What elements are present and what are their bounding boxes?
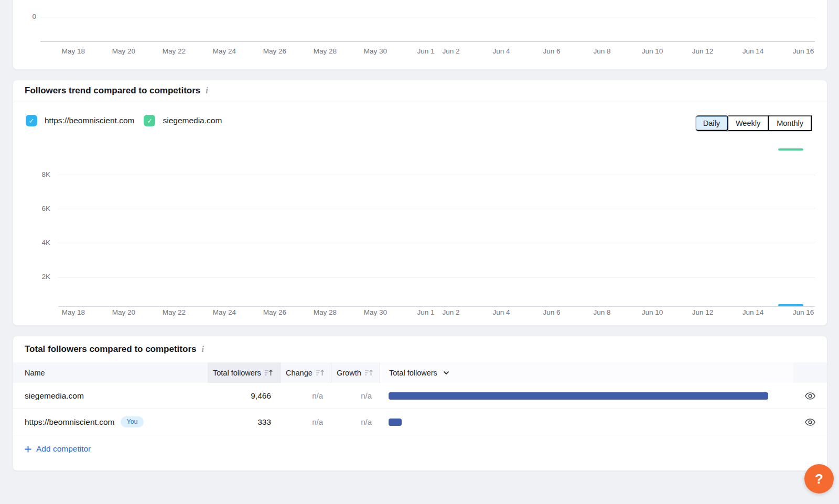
x-axis-tick: Jun 4 bbox=[480, 308, 522, 317]
total-followers-value: 333 bbox=[208, 417, 280, 427]
column-label: Change bbox=[286, 369, 313, 377]
x-axis-tick: May 22 bbox=[153, 308, 195, 317]
column-header-growth[interactable]: Growth bbox=[331, 362, 380, 383]
x-axis-tick: Jun 2 bbox=[430, 47, 472, 56]
card-title: Total followers compared to competitors bbox=[25, 344, 196, 355]
gridline bbox=[58, 243, 815, 243]
x-axis-tick: Jun 14 bbox=[732, 47, 774, 56]
x-axis-tick: May 24 bbox=[203, 47, 245, 56]
social-analytics-page: { "chart_data": [ { "id": "top-partial-c… bbox=[0, 0, 839, 504]
total-followers-value: 9,466 bbox=[208, 391, 280, 401]
gridline bbox=[40, 17, 815, 17]
x-axis-tick: May 20 bbox=[103, 308, 145, 317]
x-axis-tick: May 22 bbox=[153, 47, 195, 56]
eye-visibility-toggle[interactable] bbox=[793, 390, 827, 402]
top-chart-card: 0 May 18May 20May 22May 24May 26May 28Ma… bbox=[13, 0, 827, 70]
column-header-change[interactable]: Change bbox=[280, 362, 331, 383]
y-axis-tick: 4K bbox=[13, 238, 50, 248]
y-axis-tick: 6K bbox=[13, 204, 50, 213]
growth-value: n/a bbox=[331, 417, 380, 426]
sort-icon bbox=[316, 369, 325, 377]
column-label: Name bbox=[25, 369, 45, 377]
column-header-total-followers[interactable]: Total followers bbox=[208, 362, 280, 383]
competitor-name-cell: siegemedia.com bbox=[13, 391, 208, 401]
column-header-name: Name bbox=[13, 362, 208, 383]
x-axis-tick: Jun 6 bbox=[531, 47, 573, 56]
help-button[interactable]: ? bbox=[804, 464, 834, 494]
followers-trend-card: Followers trend compared to competitors … bbox=[13, 80, 827, 326]
eye-icon bbox=[804, 390, 816, 402]
x-axis-tick: Jun 8 bbox=[581, 308, 623, 317]
x-axis-tick: May 24 bbox=[203, 308, 245, 317]
change-value: n/a bbox=[280, 417, 331, 426]
x-axis-tick: Jun 12 bbox=[682, 308, 724, 317]
column-header-visibility bbox=[793, 362, 827, 383]
x-axis-tick: May 28 bbox=[304, 308, 346, 317]
followers-trend-chart: 2K4K6K8K May 18May 20May 22May 24May 26M… bbox=[13, 80, 827, 325]
x-axis-tick: May 18 bbox=[52, 308, 94, 317]
card-header: Total followers compared to competitors … bbox=[13, 336, 827, 362]
column-label: Total followers bbox=[213, 369, 261, 377]
x-axis-tick: May 30 bbox=[354, 308, 396, 317]
you-badge: You bbox=[121, 416, 143, 427]
column-label: Total followers bbox=[389, 369, 437, 377]
trend-line bbox=[778, 148, 803, 151]
table-header-row: Name Total followers Change Growth bbox=[13, 362, 827, 383]
x-axis: May 18May 20May 22May 24May 26May 28May … bbox=[13, 47, 827, 56]
y-axis-tick: 8K bbox=[13, 170, 50, 179]
plus-icon bbox=[25, 446, 31, 453]
x-axis-tick: Jun 10 bbox=[631, 308, 673, 317]
table-row: https://beomniscient.com You 333 n/a n/a bbox=[13, 409, 827, 435]
column-label: Growth bbox=[337, 369, 361, 377]
x-axis-tick: May 26 bbox=[254, 308, 296, 317]
x-axis-tick: May 30 bbox=[354, 47, 396, 56]
gridline bbox=[58, 209, 815, 209]
y-axis-tick: 0 bbox=[13, 12, 36, 22]
x-axis-tick: Jun 14 bbox=[732, 308, 774, 317]
x-axis-line bbox=[40, 41, 815, 42]
x-axis-tick: May 20 bbox=[103, 47, 145, 56]
eye-icon bbox=[804, 416, 816, 428]
x-axis-tick: Jun 6 bbox=[531, 308, 573, 317]
x-axis-tick: Jun 8 bbox=[581, 47, 623, 56]
followers-bar bbox=[389, 392, 768, 400]
bar-cell bbox=[380, 392, 793, 400]
info-icon: i bbox=[201, 345, 203, 354]
gridline bbox=[58, 175, 815, 175]
followers-bar bbox=[389, 419, 402, 426]
x-axis-tick: May 26 bbox=[254, 47, 296, 56]
competitor-name: https://beomniscient.com bbox=[25, 417, 114, 427]
x-axis-line bbox=[58, 306, 815, 307]
growth-value: n/a bbox=[331, 391, 380, 400]
y-axis-tick: 2K bbox=[13, 272, 50, 282]
add-competitor-label: Add competitor bbox=[36, 444, 91, 454]
add-competitor-button[interactable]: Add competitor bbox=[25, 444, 91, 454]
x-axis-tick: May 28 bbox=[304, 47, 346, 56]
table-row: siegemedia.com 9,466 n/a n/a bbox=[13, 383, 827, 409]
sort-icon bbox=[265, 369, 273, 377]
x-axis-tick: Jun 10 bbox=[631, 47, 673, 56]
change-value: n/a bbox=[280, 391, 331, 400]
bar-metric-dropdown[interactable]: Total followers bbox=[380, 362, 793, 383]
trend-line bbox=[778, 304, 803, 306]
x-axis-tick: Jun 2 bbox=[430, 308, 472, 317]
x-axis-tick: Jun 16 bbox=[782, 308, 824, 317]
gridline bbox=[58, 277, 815, 277]
question-mark-icon: ? bbox=[815, 471, 823, 487]
total-followers-card: Total followers compared to competitors … bbox=[13, 336, 827, 471]
competitor-name: siegemedia.com bbox=[25, 391, 84, 401]
bar-cell bbox=[380, 419, 793, 426]
x-axis: May 18May 20May 22May 24May 26May 28May … bbox=[13, 308, 827, 317]
chevron-down-icon bbox=[443, 371, 449, 375]
x-axis-tick: Jun 4 bbox=[480, 47, 522, 56]
competitor-name-cell: https://beomniscient.com You bbox=[13, 416, 208, 427]
x-axis-tick: Jun 16 bbox=[782, 47, 824, 56]
add-competitor-row: Add competitor bbox=[13, 435, 827, 455]
eye-visibility-toggle[interactable] bbox=[793, 416, 827, 428]
sort-icon bbox=[365, 369, 373, 377]
x-axis-tick: Jun 12 bbox=[682, 47, 724, 56]
x-axis-tick: May 18 bbox=[52, 47, 94, 56]
